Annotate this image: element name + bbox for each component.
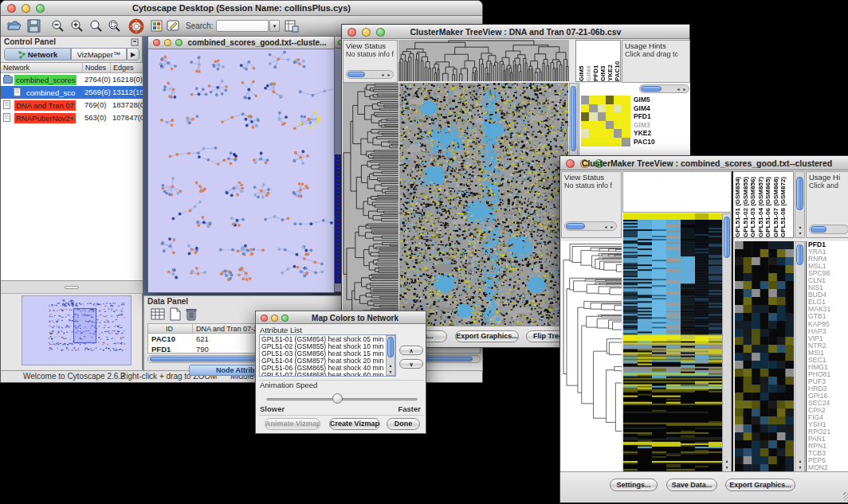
edge-count: 16218(0) [112, 73, 143, 86]
search-dropdown-button[interactable]: ▾ [269, 20, 280, 32]
tab-vizmapper[interactable]: VizMapper™ [71, 48, 127, 61]
column-label-vscrollbar[interactable]: ▴▾ [795, 171, 805, 238]
network-graph-canvas[interactable] [148, 49, 334, 292]
network-row[interactable]: combined_sco2569(6)13112(15) [1, 86, 143, 99]
heatmap-canvas[interactable] [399, 83, 568, 326]
move-up-button[interactable]: ∧ [399, 346, 423, 355]
zoom-in-icon[interactable] [69, 19, 84, 33]
help-ring-icon[interactable] [128, 18, 144, 34]
row-label: YKE2 [634, 129, 655, 138]
dialog-title: Map Colors to Network [288, 314, 422, 322]
export-graphics-button[interactable]: Export Graphics... [455, 330, 519, 342]
usage-hints-hscrollbar[interactable] [809, 225, 848, 234]
row-dendrogram-canvas[interactable] [561, 241, 622, 472]
panel-splitter[interactable] [1, 281, 143, 294]
attribute-item[interactable]: GPL51-07 (GSM868) heat shock 60 min [261, 372, 394, 377]
float-panel-icon[interactable] [131, 38, 139, 46]
zoom-fit-icon[interactable] [88, 19, 103, 33]
network-row[interactable]: combined_scores2764(0)16218(0) [1, 73, 143, 86]
attribute-list-vscrollbar[interactable]: ▴▾ [386, 335, 395, 376]
tab-overflow-arrow[interactable]: ▶ [127, 48, 139, 61]
heatmap-canvas[interactable] [623, 213, 722, 472]
treeview-combined-titlebar[interactable]: ClusterMaker TreeView : combined_scores_… [560, 156, 848, 170]
matrix-cell [589, 138, 597, 147]
node-count: 2764(0) [84, 73, 111, 86]
matrix-cell [589, 121, 597, 130]
treeview-dna-row-labels: GIM5GIM4PFD1GIM3YKE2PAC10 [634, 96, 655, 147]
matrix-cell [622, 104, 630, 113]
matrix-cell [589, 104, 597, 113]
row-label: GIM5 [634, 96, 655, 104]
matrix-cell [606, 112, 614, 121]
done-button[interactable]: Done [387, 418, 420, 430]
table-export-icon[interactable] [285, 19, 299, 33]
secondary-heatmap-canvas[interactable] [735, 241, 794, 472]
column-label: GPL51-04 (GSM857) [757, 172, 765, 237]
save-data-button[interactable]: Save Data... [666, 479, 717, 491]
heatmap-vscrollbar[interactable]: ▴▾ [722, 213, 732, 472]
secondary-heatmap-vscrollbar[interactable]: ▴▾ [795, 241, 805, 472]
export-graphics-button[interactable]: Export Graphics... [725, 479, 795, 491]
matrix-cell [598, 129, 606, 138]
usage-hints-panel: Usage Hints Click and drag tc [622, 40, 690, 83]
zoom-window-button[interactable] [175, 39, 183, 46]
attribute-list[interactable]: GPL51-01 (GSM854) heat shock 05 minGPL51… [259, 334, 396, 377]
view-status-hscrollbar[interactable]: ◂▸ [346, 70, 394, 79]
matrix-cell [614, 96, 622, 104]
network-view-titlebar[interactable]: combined_scores_good.txt--cluste... [148, 37, 334, 49]
column-dendrogram-canvas[interactable] [398, 40, 569, 81]
zoom-out-icon[interactable] [50, 19, 65, 33]
matrix-cell [598, 121, 606, 130]
column-label: GPL51-03 (GSM856) [749, 172, 757, 237]
search-label: Search: [186, 21, 213, 30]
column-label: GIM5 [578, 41, 585, 81]
birdseye-viewport-rect[interactable] [73, 308, 96, 343]
matrix-cell [598, 96, 606, 104]
close-button[interactable] [153, 39, 160, 46]
network-table: Network Nodes Edges combined_scores2764(… [1, 62, 143, 281]
matrix-cell [606, 96, 614, 104]
column-label: GPL51-02 (GSM855) [742, 172, 750, 237]
slider-right-label: Faster [398, 404, 421, 413]
similarity-matrix[interactable] [581, 96, 630, 147]
network-table-header[interactable]: Network Nodes Edges [1, 63, 143, 73]
minimize-button[interactable] [271, 315, 278, 322]
trash-icon[interactable] [186, 307, 197, 321]
matrix-cell [581, 138, 589, 147]
matrix-cell [622, 121, 630, 130]
edge-count: 183728(0) [112, 99, 143, 111]
move-down-button[interactable]: ∨ [399, 359, 423, 369]
network-row[interactable]: RNAPuberNov2+563(0)107847(0) [1, 111, 143, 124]
settings-button[interactable]: Settings... [610, 479, 658, 491]
row-label: GIM3 [634, 121, 655, 130]
zoom-selected-icon[interactable] [107, 19, 121, 33]
new-document-icon[interactable] [170, 307, 181, 321]
network-view-title: combined_scores_good.txt--cluste... [183, 38, 331, 47]
row-dendrogram-canvas[interactable] [343, 83, 398, 326]
tab-network[interactable]: Network [4, 48, 71, 61]
open-folder-icon[interactable] [7, 19, 22, 33]
animate-vizmap-button[interactable]: Animate Vizmap [265, 418, 320, 430]
search-input[interactable] [216, 20, 269, 32]
speed-slider-thumb[interactable] [332, 393, 343, 404]
data-panel-title: Data Panel [147, 297, 188, 306]
create-vizmap-button[interactable]: Create Vizmap [329, 418, 380, 430]
vizmapper-icon[interactable] [151, 20, 163, 32]
network-row[interactable]: DNA and Tran 07769(0)183728(0) [1, 99, 143, 111]
matrix-cell [622, 96, 630, 104]
resize-grip[interactable] [843, 492, 848, 501]
similarity-hscrollbar[interactable]: ◂▸ [639, 84, 689, 93]
view-status-hscrollbar[interactable]: ◂▸ [564, 221, 617, 231]
birdseye-panel [22, 295, 132, 365]
save-icon[interactable] [27, 19, 41, 33]
treeview-dna-titlebar[interactable]: ClusterMaker TreeView : DNA and Tran 07-… [342, 25, 689, 39]
gene-id: PAC10 [151, 334, 175, 344]
minimize-button[interactable] [164, 39, 171, 46]
main-titlebar[interactable]: Cytoscape Desktop (Session Name: collins… [1, 1, 482, 16]
close-button[interactable] [261, 315, 268, 322]
network-name: combined_sco [25, 88, 77, 98]
table-icon[interactable] [151, 308, 165, 321]
edge-count: 13112(15) [112, 86, 143, 99]
annotation-icon[interactable] [167, 19, 180, 33]
dialog-titlebar[interactable]: Map Colors to Network [256, 311, 426, 324]
